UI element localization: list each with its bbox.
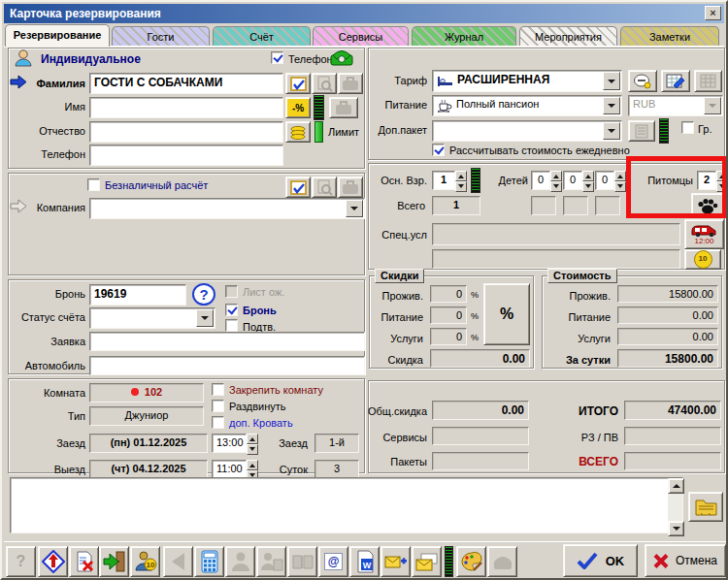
spin-down-icon <box>458 184 464 191</box>
company-card-button[interactable] <box>285 177 311 198</box>
coin-button[interactable]: 10 <box>684 249 721 270</box>
spin-down-button[interactable] <box>716 181 728 192</box>
calculator-button[interactable] <box>194 546 224 577</box>
package-combobox[interactable] <box>432 120 622 142</box>
children2-input[interactable]: 0 <box>563 171 582 190</box>
coins-button[interactable] <box>285 121 311 143</box>
tab-label: Гости <box>147 31 174 43</box>
bron-checkbox[interactable] <box>225 304 238 316</box>
check-icon <box>434 145 444 155</box>
surname-input[interactable]: ГОСТИ С СОБАЧКАМИ <box>89 73 283 94</box>
pets-button[interactable] <box>691 193 724 218</box>
cancel-reservation-button[interactable] <box>69 546 99 577</box>
expand-checkbox[interactable] <box>212 400 224 412</box>
tab-reservation[interactable]: Резервирование <box>5 24 110 47</box>
guest-phone-input[interactable] <box>89 145 283 166</box>
spin-down-icon <box>719 184 725 191</box>
tab-events[interactable]: Мероприятия <box>519 26 617 46</box>
tab-guests[interactable]: Гости <box>112 26 210 46</box>
meal-combobox[interactable]: Полный пансион <box>432 95 622 116</box>
phone-checkbox[interactable] <box>271 51 283 64</box>
word-export-button[interactable]: W <box>349 546 380 577</box>
spin-up-button[interactable] <box>455 171 467 181</box>
group-label: Гр. <box>698 123 712 135</box>
checkout-time-input[interactable]: 11:00 <box>212 460 247 479</box>
status-dropdown-button[interactable] <box>196 309 214 327</box>
company-dropdown-button[interactable] <box>346 200 363 217</box>
scroll-down-button[interactable] <box>668 521 684 536</box>
children1-input[interactable]: 0 <box>531 171 550 190</box>
spin-up-button[interactable] <box>716 171 728 181</box>
total-guests-label: Всего <box>371 200 425 211</box>
spin-down-button[interactable] <box>247 444 258 455</box>
booking-label: Бронь <box>29 288 85 300</box>
transfer-button[interactable]: 12:00 <box>684 219 724 249</box>
close-button[interactable]: × <box>705 6 721 20</box>
tab-notes[interactable]: Заметки <box>620 26 719 46</box>
car-input[interactable] <box>89 356 365 375</box>
pets-input[interactable]: 2 <box>697 171 716 190</box>
cashless-checkbox[interactable] <box>87 178 100 191</box>
cancel-button[interactable]: Отмена <box>645 544 726 577</box>
booking-number-input[interactable]: 19619 <box>89 284 186 306</box>
tariff-edit-button[interactable] <box>661 70 690 92</box>
grid-pencil-icon <box>666 73 685 89</box>
spin-up-button[interactable] <box>247 434 258 444</box>
tariff-combobox[interactable]: РАСШИРЕННАЯ <box>432 70 622 92</box>
spin-down-button[interactable] <box>582 181 594 192</box>
new-mail-button[interactable] <box>381 546 411 577</box>
notes-scrollbar[interactable] <box>668 478 682 532</box>
notes-folder-button[interactable] <box>688 492 723 522</box>
email-button[interactable]: @ <box>318 546 348 577</box>
group-checkbox[interactable] <box>681 121 694 134</box>
guest-card-button[interactable] <box>285 73 311 94</box>
tab-services[interactable]: Сервисы <box>313 26 409 46</box>
room-label: Комната <box>29 387 85 399</box>
package-dropdown-button[interactable] <box>603 122 620 140</box>
spin-down-button[interactable] <box>550 181 562 192</box>
person-disabled-icon <box>230 551 251 572</box>
account-status-combobox[interactable] <box>89 307 215 329</box>
checkin-time-input[interactable]: 13:00 <box>212 434 247 453</box>
mail-list-button[interactable] <box>412 546 442 577</box>
tab-journal[interactable]: Журнал <box>412 26 516 46</box>
discount-percent-button[interactable]: -% <box>285 97 311 118</box>
lock-room-checkbox[interactable] <box>212 383 224 396</box>
spin-up-button[interactable] <box>614 171 626 181</box>
children-label: Детей <box>487 175 528 186</box>
patronymic-input[interactable] <box>89 121 283 143</box>
colors-button[interactable] <box>456 546 486 577</box>
spin-down-button[interactable] <box>455 181 467 192</box>
spin-up-button[interactable] <box>247 460 258 470</box>
extra-bed-checkbox[interactable] <box>212 416 224 429</box>
cancel-label: Отмена <box>676 554 717 567</box>
request-input[interactable] <box>89 332 365 351</box>
checkin-export-button[interactable] <box>38 546 68 577</box>
tariff-dropdown-button[interactable] <box>603 72 620 90</box>
cashless-label: Безналичный расчёт <box>105 179 208 191</box>
checkin-door-button[interactable] <box>99 546 129 577</box>
children3-input[interactable]: 0 <box>595 171 614 190</box>
guest-payment-button[interactable]: 10 <box>130 546 160 577</box>
adults-label: Осн. Взр. <box>351 175 427 186</box>
door-arrow-icon <box>103 550 126 573</box>
adults-input[interactable]: 1 <box>432 171 455 190</box>
confirm-checkbox[interactable] <box>225 319 238 332</box>
phone-icon[interactable] <box>329 47 354 67</box>
meal-dropdown-button[interactable] <box>603 97 620 114</box>
tab-account[interactable]: Счёт <box>213 26 311 46</box>
tariff-view-button[interactable] <box>628 70 657 92</box>
spin-down-button[interactable] <box>614 181 626 192</box>
spin-up-button[interactable] <box>550 171 562 181</box>
ok-button[interactable]: OK <box>563 544 638 577</box>
percent-button[interactable]: % <box>483 283 530 345</box>
firstname-input[interactable] <box>89 97 283 118</box>
notes-textarea[interactable] <box>10 477 683 533</box>
company-combobox[interactable] <box>89 198 365 219</box>
company-search-button[interactable] <box>312 177 337 198</box>
daily-calc-checkbox[interactable] <box>432 144 445 156</box>
scroll-up-button[interactable] <box>668 478 684 494</box>
guest-search-button[interactable] <box>312 73 337 94</box>
booking-help-button[interactable]: ? <box>192 283 215 306</box>
spin-up-button[interactable] <box>582 171 594 181</box>
